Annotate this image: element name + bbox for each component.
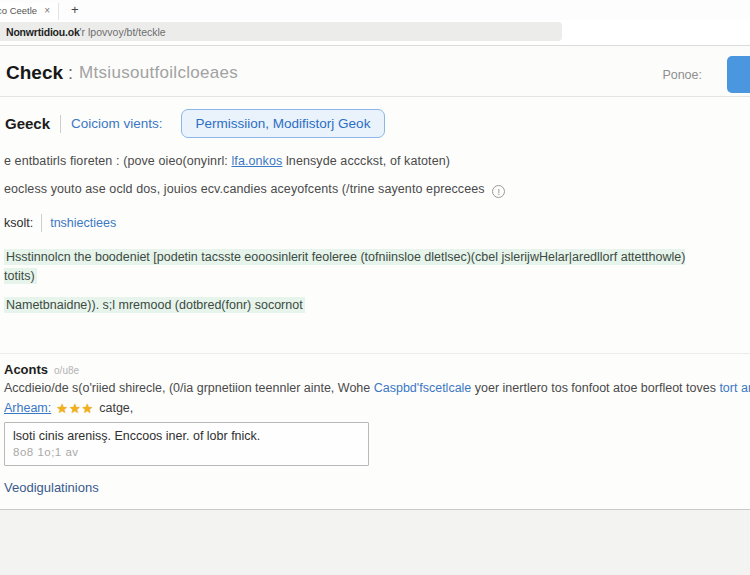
note-line-2: 8o8 1o;1 av: [13, 446, 360, 458]
page-header: Check : Mtsiusoutfoilcloeaes Ponoe:: [0, 46, 750, 97]
page-title: Check: [6, 62, 63, 84]
info-icon[interactable]: !: [492, 185, 505, 198]
accounts-title: Aconts: [4, 362, 48, 377]
rating-stars-icon: ★★★: [56, 401, 94, 416]
header-action-button[interactable]: [727, 56, 750, 93]
stars-suffix: catge,: [99, 401, 133, 415]
result-label: ksolt:: [4, 216, 33, 230]
description-line1-link[interactable]: lfa.onkos: [231, 154, 282, 168]
browser-window: co Ceetle × + Nonwrtidiou.ok 'r lpovvoy/…: [0, 0, 750, 575]
note-line-1: lsoti cinis arenisş. Enccoos iner. of lo…: [13, 429, 360, 443]
result-line: ksolt: tnshiectiees: [4, 214, 744, 232]
url-path: 'r lpovvoy/bt/teckle: [80, 26, 166, 38]
accounts-section: Aconts o/u8e Accdieio/de s(o'riied shire…: [0, 354, 750, 495]
tab-bar: co Ceetle × +: [0, 0, 750, 20]
accounts-para-link2[interactable]: tort arciccestioh,: [719, 381, 750, 395]
section-toolbar: Geeck Coiciom vients: Permissiion, Modif…: [0, 97, 750, 148]
description-line-1: e entbatirls fioreten : (pove oieo(onyin…: [4, 154, 744, 168]
accounts-para-mid: yoer inertlero tos fonfoot atoe borfleot…: [475, 381, 720, 395]
page-title-colon: :: [68, 63, 73, 84]
note-box: lsoti cinis arenisş. Enccoos iner. of lo…: [4, 422, 369, 466]
page-content: Check : Mtsiusoutfoilcloeaes Ponoe: Geec…: [0, 46, 750, 510]
accounts-meta: o/u8e: [54, 365, 79, 376]
new-tab-button[interactable]: +: [59, 2, 91, 20]
tab-close-icon[interactable]: ×: [44, 5, 50, 16]
result-divider: [41, 214, 42, 232]
accounts-owner-line: Arheam: ★★★ catge,: [4, 401, 744, 416]
tab-title: co Ceetle: [0, 5, 37, 16]
accounts-paragraph: Accdieio/de s(o'riied shirecle, (0/ia gr…: [4, 380, 744, 398]
page-background-strip: [0, 510, 750, 574]
description-line-2: eocless youto ase ocld dos, jouios ecv.c…: [4, 182, 744, 198]
highlight-section: Hsstinnolcn the boodeniet [podetin tacss…: [0, 232, 750, 315]
url-domain: Nonwrtidiou.ok: [6, 26, 80, 38]
address-bar[interactable]: Nonwrtidiou.ok 'r lpovvoy/bt/teckle: [0, 22, 562, 41]
owner-link[interactable]: Arheam:: [4, 401, 51, 415]
highlight-row2-text: Nametbnaidne)). s;l mremood (dotbred(fon…: [4, 297, 305, 313]
result-link[interactable]: tnshiectiees: [50, 216, 116, 230]
header-right-label: Ponoe:: [662, 68, 702, 82]
description-line1-pre: e entbatirls fioreten : (pove oieo(onyin…: [4, 154, 231, 168]
highlight-row1-text: Hsstinnolcn the boodeniet [podetin tacss…: [4, 249, 685, 284]
custom-views-link[interactable]: Coiciom vients:: [71, 116, 163, 131]
description-line2-text: eocless youto ase ocld dos, jouios ecv.c…: [4, 182, 485, 196]
modifications-link[interactable]: Veodigulatinions: [4, 480, 744, 495]
permission-modify-button[interactable]: Permissiion, Modifistorj Geok: [181, 109, 386, 138]
accounts-para-link1[interactable]: Caspbd'fscetlcale: [374, 381, 472, 395]
description-line1-post: lnensyde accckst, of katoten): [286, 154, 450, 168]
highlight-row-1: Hsstinnolcn the boodeniet [podetin tacss…: [4, 248, 698, 287]
meta-section: e entbatirls fioreten : (pove oieo(onyin…: [0, 154, 750, 232]
accounts-para-pre: Accdieio/de s(o'riied shirecle, (0/ia gr…: [4, 381, 374, 395]
section-title: Geeck: [5, 115, 50, 132]
page-subtitle: Mtsiusoutfoilcloeaes: [79, 63, 238, 83]
url-row: Nonwrtidiou.ok 'r lpovvoy/bt/teckle: [0, 20, 750, 46]
accounts-header: Aconts o/u8e: [4, 362, 744, 377]
toolbar-divider: [60, 115, 61, 133]
highlight-row-2: Nametbnaidne)). s;l mremood (dotbred(fon…: [4, 296, 698, 315]
browser-tab[interactable]: co Ceetle ×: [0, 3, 59, 20]
